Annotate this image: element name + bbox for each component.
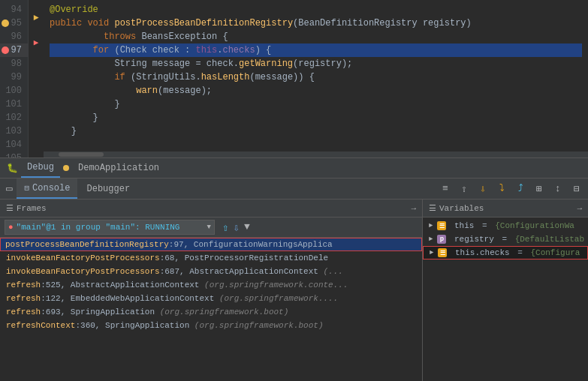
- thread-nav-buttons: ⇧ ⇩ ▼: [221, 221, 252, 234]
- frame-item-4[interactable]: refresh:122, EmbeddedWebApplicationConte…: [0, 292, 422, 305]
- frame-0-method: postProcessBeanDefinitionRegistry: [5, 240, 169, 249]
- editor-scrollbar-thumb[interactable]: [59, 152, 104, 157]
- thread-text: "main"@1 in group "main": RUNNING: [17, 223, 180, 232]
- code-line-97: for (Check check : this.checks) {: [50, 44, 582, 57]
- variables-header: ☰ Variables →: [423, 200, 588, 218]
- gutter-99: [29, 61, 44, 73]
- code-line-101: }: [50, 98, 582, 111]
- line-numbers: 94 95 96 97 98 99 100 101 102 103 104 10…: [0, 0, 29, 158]
- console-icon: ⊟: [24, 183, 29, 193]
- line-97: 97: [0, 44, 28, 57]
- thread-selector[interactable]: ● "main"@1 in group "main": RUNNING ▼: [5, 220, 215, 235]
- panel-toolbar: ≡ ⇧ ⇩ ⤵ ⤴ ⊞ ↕ ⊟: [437, 181, 585, 197]
- panel-tabs-bar: ▭ ⊟ Console Debugger ≡ ⇧ ⇩ ⤵ ⤴ ⊞ ↕ ⊟: [0, 178, 588, 200]
- thread-filter-btn[interactable]: ▼: [243, 221, 252, 234]
- debug-toolbar-bar: 🐛 Debug DemoApplication: [0, 158, 588, 178]
- code-line-96: throws BeansException {: [50, 30, 582, 44]
- frame-item-1[interactable]: invokeBeanFactoryPostProcessors:68, Post…: [0, 251, 422, 265]
- toolbar-btn-grid[interactable]: ⊞: [531, 181, 547, 197]
- var-value-checks: {Configura: [530, 248, 580, 257]
- frame-2-method: invokeBeanFactoryPostProcessors: [6, 267, 160, 276]
- line-104: 104: [0, 138, 28, 152]
- variables-list: ► ☰ this = {ConfigurationWa ► p registry…: [423, 218, 588, 381]
- code-line-98: String message = check.getWarning(regist…: [50, 57, 582, 70]
- line-102: 102: [0, 111, 28, 124]
- toolbar-btn-arrow[interactable]: ⤴: [512, 181, 529, 197]
- variables-icon: ☰: [429, 203, 436, 213]
- var-icon-this: ☰: [437, 221, 446, 230]
- gutter-98: [29, 49, 44, 61]
- pin-icon: →: [411, 204, 416, 213]
- code-line-99: if (StringUtils.hasLength(message)) {: [50, 70, 582, 84]
- code-line-94: @Override: [50, 3, 582, 16]
- toolbar-btn-down[interactable]: ⇩: [475, 181, 491, 197]
- line-98: 98: [0, 57, 28, 70]
- thread-row: ● "main"@1 in group "main": RUNNING ▼ ⇧ …: [0, 218, 422, 238]
- code-line-95: public void postProcessBeanDefinitionReg…: [50, 16, 582, 30]
- var-name-registry: registry: [449, 235, 493, 244]
- toolbar-btn-1[interactable]: ≡: [437, 181, 454, 197]
- frames-icon: ☰: [6, 203, 14, 213]
- frame-1-method: invokeBeanFactoryPostProcessors: [6, 254, 160, 262]
- demo-app-tab[interactable]: DemoApplication: [72, 158, 165, 178]
- code-line-104: [50, 138, 582, 152]
- line-gutter: ► ▶: [29, 0, 44, 158]
- toolbar-btn-resume[interactable]: ⤵: [493, 181, 510, 197]
- gutter-105: [29, 134, 44, 146]
- code-editor: 94 95 96 97 98 99 100 101 102 103 104 10…: [0, 0, 588, 158]
- gutter-104: [29, 122, 44, 134]
- code-content: @Override public void postProcessBeanDef…: [44, 0, 588, 158]
- panel-left-icon: ▭: [6, 182, 12, 195]
- debug-tab-text: Debug: [27, 162, 54, 172]
- frames-panel: ☰ Frames → ● "main"@1 in group "main": R…: [0, 200, 423, 381]
- toolbar-btn-updown[interactable]: ↕: [550, 181, 566, 197]
- frame-item-2[interactable]: invokeBeanFactoryPostProcessors:687, Abs…: [0, 265, 422, 278]
- variables-panel: ☰ Variables → ► ☰ this = {ConfigurationW…: [423, 200, 588, 381]
- debug-tab-label[interactable]: Debug: [21, 158, 60, 178]
- line-96: 96: [0, 30, 28, 44]
- frame-4-method: refresh: [6, 294, 41, 303]
- toolbar-btn-up[interactable]: ⇧: [456, 181, 472, 197]
- editor-scrollbar[interactable]: [44, 152, 588, 158]
- tab-console[interactable]: ⊟ Console: [17, 178, 77, 199]
- frame-3-method: refresh: [6, 280, 41, 290]
- var-name-this: this: [449, 221, 474, 230]
- console-tab-label: Console: [32, 183, 70, 194]
- gutter-94: [29, 0, 44, 12]
- frame-item-0[interactable]: postProcessBeanDefinitionRegistry:97, Co…: [0, 238, 422, 251]
- var-item-this-checks[interactable]: ► ☰ this.checks = {Configura: [423, 246, 588, 260]
- thread-up-btn[interactable]: ⇧: [221, 221, 230, 234]
- var-expand-icon-checks: ►: [430, 249, 433, 256]
- var-item-registry[interactable]: ► p registry = {DefaultListab: [423, 232, 588, 246]
- frame-5-method: refresh: [6, 308, 41, 316]
- frame-item-3[interactable]: refresh:525, AbstractApplicationContext …: [0, 278, 422, 292]
- variables-pin-icon: →: [577, 204, 582, 213]
- debug-dot-indicator: [63, 165, 69, 171]
- var-icon-checks: ☰: [438, 248, 447, 257]
- gutter-100: [29, 73, 44, 85]
- code-line-100: warn(message);: [50, 84, 582, 98]
- gutter-106: [29, 146, 44, 158]
- gutter-101: [29, 85, 44, 97]
- variables-label: Variables: [439, 204, 484, 213]
- var-expand-icon-registry: ►: [429, 236, 433, 243]
- code-line-102: }: [50, 111, 582, 124]
- debug-panel: ▭ ⊟ Console Debugger ≡ ⇧ ⇩ ⤵ ⤴ ⊞ ↕ ⊟ ☰ F…: [0, 178, 588, 381]
- gutter-96: [29, 24, 44, 36]
- line-99: 99: [0, 70, 28, 84]
- code-line-103: }: [50, 124, 582, 138]
- thread-down-btn[interactable]: ⇩: [231, 221, 240, 234]
- frame-item-5[interactable]: refresh:693, SpringApplication (org.spri…: [0, 305, 422, 319]
- var-item-this[interactable]: ► ☰ this = {ConfigurationWa: [423, 219, 588, 232]
- frame-item-6[interactable]: refreshContext:360, SpringApplication (o…: [0, 319, 422, 332]
- line-94: 94: [0, 3, 28, 16]
- line-103: 103: [0, 124, 28, 138]
- frames-header: ☰ Frames →: [0, 200, 422, 218]
- var-value-registry: {DefaultListab: [515, 235, 584, 244]
- tab-debugger[interactable]: Debugger: [79, 178, 137, 199]
- gutter-103: [29, 109, 44, 121]
- panel-icon-left: ▭: [3, 178, 15, 199]
- demo-app-label: DemoApplication: [78, 163, 159, 173]
- thread-dropdown-arrow: ▼: [207, 224, 211, 231]
- toolbar-btn-minus[interactable]: ⊟: [568, 181, 585, 197]
